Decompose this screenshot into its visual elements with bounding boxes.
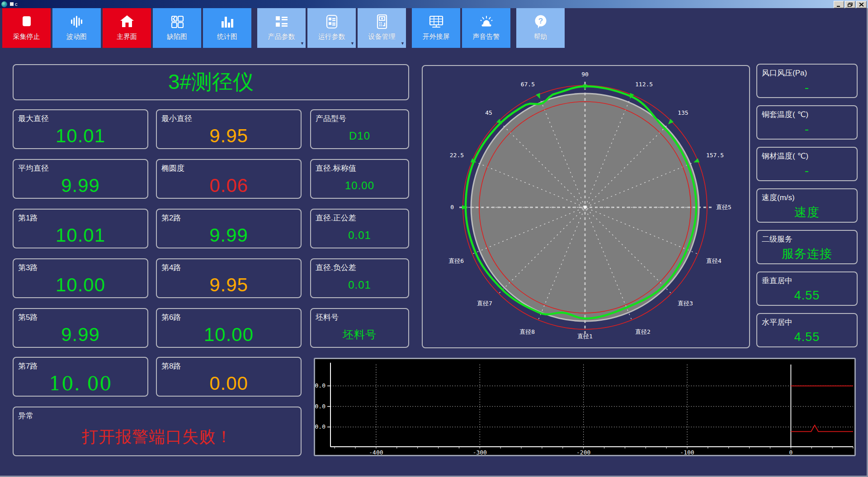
toolbar-defect-grid-button[interactable]: 缺陷图 [153,8,201,48]
metric-c1r4-label: 第3路 [14,259,147,273]
metric-c2r3-label: 第2路 [157,210,301,223]
metric-c1r4-panel: 第3路10.00 [13,258,148,298]
status-r3-label: 钢材温度( ℃) [757,148,857,161]
defect-grid-icon [169,12,186,32]
toolbar-bar-chart-button[interactable]: 统计图 [203,8,251,48]
setting-r2-panel: 直径.标称值10.00 [310,159,409,199]
status-r1-label: 风口风压(Pa) [757,65,857,78]
status-r7-value: 4.55 [757,327,857,346]
metric-c1r5-label: 第5路 [14,309,147,323]
polar-spoke-label: 135 [678,109,688,116]
metric-c1r6-value: 10. 00 [14,371,147,396]
toolbar-button-label: 声音告警 [473,33,500,41]
trend-y-tick-label: 10.0 [315,423,326,430]
setting-r3-value: 0.01 [311,223,408,248]
polar-plot-panel: 022.54567.590112.5135157.5直径5直径4直径3直径2直径… [422,65,750,348]
status-r2-value: - [757,120,857,139]
toolbar-run-params-button[interactable]: 运行参数▼ [307,8,356,48]
status-r4-value: 速度 [757,203,857,222]
product-params-icon [273,12,290,32]
close-icon [859,3,864,7]
metric-c1r4-value: 10.00 [14,273,147,297]
window-controls [834,1,867,8]
toolbar-waveform-button[interactable]: 波动图 [52,8,101,48]
polar-spoke-label: 22.5 [450,152,464,159]
toolbar-product-params-button[interactable]: 产品参数▼ [257,8,306,48]
metric-c2r6-label: 第8路 [157,358,301,371]
status-r5-panel: 二级服务服务连接 [756,230,858,264]
polar-spoke-label: 直径4 [706,257,722,264]
toolbar-button-label: 产品参数 [268,33,295,41]
polar-spoke-label: 直径1 [577,333,593,340]
polar-plot: 022.54567.590112.5135157.5直径5直径4直径3直径2直径… [423,66,749,347]
setting-r1-label: 产品型号 [311,110,408,124]
polar-spoke-label: 直径7 [477,300,492,307]
status-r7-panel: 水平居中4.55 [756,313,858,347]
run-params-icon [323,12,340,32]
status-r4-panel: 速度(m/s)速度 [756,188,858,223]
polar-spoke-label: 157.5 [706,152,724,159]
bar-chart-icon [219,12,236,32]
polar-spoke-label: 67.5 [521,81,535,88]
waveform-icon [68,12,85,32]
metric-c2r1-value: 9.95 [157,124,301,148]
alarm-panel: 异常打开报警端口失败！ [13,407,302,456]
metric-c2r5-label: 第6路 [157,309,301,323]
toolbar-button-label: 主界面 [117,33,137,41]
titlebar-glyph [10,2,14,6]
restore-button[interactable] [845,1,855,8]
status-r1-panel: 风口风压(Pa)- [756,64,858,98]
trend-y-tick-label: 10.0 [315,382,326,389]
status-r2-label: 铜套温度( ℃) [757,106,857,120]
setting-r5-value: 坯料号 [311,323,408,347]
dropdown-arrow-icon[interactable]: ▼ [300,41,304,46]
toolbar-stop-button[interactable]: 采集停止 [2,8,51,48]
dropdown-arrow-icon[interactable]: ▼ [350,41,354,46]
sound-alarm-icon [478,12,495,32]
trend-x-tick-label: -400 [369,449,383,455]
metric-c2r1-panel: 最小直径9.95 [156,109,302,149]
polar-spoke-label: 直径3 [678,300,693,307]
toolbar-external-screen-button[interactable]: 开外接屏 [412,8,460,48]
metric-c1r1-label: 最大直径 [14,110,147,124]
status-r6-value: 4.55 [757,286,857,305]
status-r2-panel: 铜套温度( ℃)- [756,105,858,140]
external-screen-icon [428,12,445,32]
toolbar-button-label: 统计图 [217,33,237,41]
restore-icon [848,3,853,7]
status-r4-label: 速度(m/s) [757,189,857,203]
status-r5-value: 服务连接 [757,244,857,263]
toolbar-button-label: 采集停止 [13,33,40,41]
metric-c1r3-value: 10.01 [14,223,147,248]
polar-spoke-label: 0 [450,204,454,210]
alarm-message: 打开报警端口失败！ [14,421,301,453]
trend-x-tick-label: 0 [789,449,793,455]
close-button[interactable] [856,1,867,8]
metric-c2r6-panel: 第8路0.00 [156,357,302,397]
minimize-button[interactable] [834,1,844,8]
metric-c1r6-label: 第7路 [14,358,147,371]
metric-c2r3-panel: 第2路9.99 [156,209,302,248]
toolbar-sound-alarm-button[interactable]: 声音告警 [462,8,510,48]
metric-c2r2-panel: 椭圆度0.06 [156,159,302,199]
status-r7-label: 水平居中 [757,314,857,327]
metric-c1r6-panel: 第7路10. 00 [13,357,148,397]
polar-spoke-label: 45 [485,109,492,116]
status-r3-value: - [757,161,857,180]
titlebar: c [0,0,868,8]
minimize-icon [836,3,841,7]
metric-c1r3-panel: 第1路10.01 [13,209,148,248]
alarm-label: 异常 [14,407,301,421]
trend-x-tick-label: -300 [473,449,487,455]
dropdown-arrow-icon[interactable]: ▼ [401,41,405,46]
status-r6-label: 垂直居中 [757,272,857,286]
window-title: c [15,1,18,7]
toolbar-button-label: 缺陷图 [167,33,187,41]
toolbar-device-manage-button[interactable]: 设备管理▼ [358,8,406,48]
app-logo-icon [1,1,7,7]
toolbar-button-label: 设备管理 [368,33,396,41]
setting-r4-value: 0.01 [311,273,408,297]
toolbar-home-button[interactable]: 主界面 [103,8,151,48]
toolbar-help-button[interactable]: ?帮助 [516,8,565,48]
metric-c2r5-panel: 第6路10.00 [156,308,302,348]
